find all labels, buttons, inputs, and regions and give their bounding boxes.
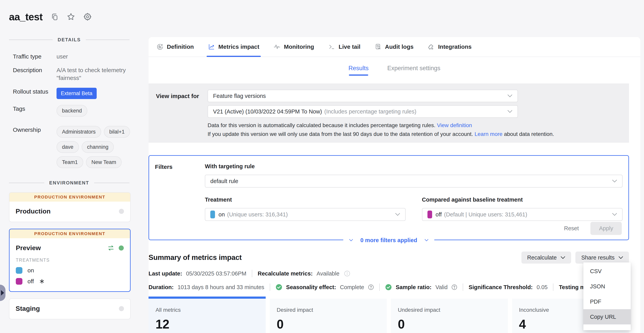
metric-card-undesired-impact[interactable]: Undesired impact 0 (391, 299, 508, 333)
env-card-production[interactable]: PRODUCTION ENVIRONMENT Production (9, 192, 130, 222)
metric-card-value: 0 (277, 317, 387, 332)
flag-header: aa_test (0, 0, 138, 22)
treatment-off-label: off (28, 278, 34, 285)
question-circle-icon[interactable] (452, 284, 457, 290)
impact-type-dropdown[interactable]: Feature flag versions (208, 90, 518, 102)
owner-pill[interactable]: bilal+1 (104, 126, 130, 138)
baseline-filter: Compared against baseline treatment off … (422, 196, 623, 221)
env-status-dot (119, 209, 124, 214)
info-icon[interactable] (344, 270, 350, 277)
menu-item-csv[interactable]: CSV (584, 264, 631, 279)
sample-ratio-value: Valid (436, 284, 448, 290)
more-filters-toggle[interactable]: 0 more filters applied (343, 236, 434, 245)
treatment-on-swatch (210, 210, 215, 218)
owner-pill[interactable]: Administrators (56, 126, 101, 138)
tab-live-tail[interactable]: Live tail (328, 37, 360, 56)
targeting-rule-value: default rule (210, 178, 612, 184)
question-circle-icon[interactable] (368, 284, 374, 290)
treatment-on-swatch (16, 267, 22, 274)
summary-stats-line-2: Duration: 1013 days 8 hours and 33 minut… (148, 284, 629, 291)
tab-label: Metrics impact (218, 44, 259, 50)
version-notes: Data for this version is automatically c… (208, 121, 621, 138)
view-impact-panel: View impact for Feature flag versions V2… (148, 84, 629, 143)
owner-pill[interactable]: channing (82, 141, 114, 153)
sample-ratio-label: Sample ratio: (396, 284, 432, 290)
chevron-down-icon (560, 256, 565, 259)
version-value: V21 (Active) (10/03/2022 04:59PM To Now) (213, 108, 322, 115)
version-note: (Includes percentage targeting rules) (324, 108, 416, 115)
targeting-rule-dropdown[interactable]: default rule (205, 175, 622, 188)
details-section-header: DETAILS (9, 37, 130, 42)
details-rows: Traffic type user Description A/A test t… (13, 53, 138, 172)
treatment-off-swatch (428, 210, 432, 218)
treatment-value: on (218, 211, 225, 218)
recalculate-metrics-value: Available (316, 270, 339, 277)
tab-definition[interactable]: Definition (157, 37, 194, 56)
share-results-button-label: Share results (581, 254, 614, 261)
baseline-detail: (Default | Unique users: 315,461) (444, 211, 527, 218)
env-card-preview[interactable]: PRODUCTION ENVIRONMENT Preview TREATMENT… (9, 229, 130, 292)
menu-item-json[interactable]: JSON (584, 279, 631, 294)
rollout-status-badge[interactable]: External Beta (56, 88, 97, 99)
menu-item-copy-url[interactable]: Copy URL (584, 309, 631, 324)
tab-audit-logs[interactable]: Audit logs (375, 37, 414, 56)
share-results-menu: CSV JSON PDF Copy URL (584, 262, 631, 330)
version-dropdown[interactable]: V21 (Active) (10/03/2022 04:59PM To Now)… (208, 105, 518, 118)
swap-arrows-icon (108, 245, 114, 251)
gear-icon[interactable] (83, 12, 92, 21)
tab-label: Audit logs (385, 44, 414, 50)
rollout-status-row: Rollout status External Beta (13, 88, 138, 99)
apply-button[interactable]: Apply (590, 222, 622, 235)
tab-integrations[interactable]: Integrations (428, 37, 472, 56)
tab-metrics-impact[interactable]: Metrics impact (208, 37, 259, 56)
env-card-staging[interactable]: Staging (9, 298, 130, 319)
treatment-dropdown[interactable]: on (Unique users: 316,341) (205, 208, 406, 221)
chevron-down-icon (612, 213, 617, 216)
menu-item-pdf[interactable]: PDF (584, 294, 631, 309)
pulse-icon (274, 44, 280, 50)
production-environment-banner: PRODUCTION ENVIRONMENT (9, 193, 130, 202)
main-panel: Definition Metrics impact Monitoring (148, 37, 640, 333)
star-icon[interactable] (67, 12, 75, 21)
baseline-filter-label: Compared against baseline treatment (422, 196, 623, 203)
recalculate-metrics-label: Recalculate metrics: (258, 270, 313, 277)
owner-pill[interactable]: Team1 (56, 156, 83, 168)
reset-button[interactable]: Reset (561, 223, 582, 234)
baseline-value: off (436, 211, 442, 218)
traffic-type-label: Traffic type (13, 53, 56, 60)
metric-card-desired-impact[interactable]: Desired impact 0 (270, 299, 387, 333)
view-impact-label: View impact for (156, 90, 208, 118)
line-chart-icon (208, 44, 215, 50)
last-update-label: Last update: (148, 270, 182, 277)
impact-type-value: Feature flag versions (213, 93, 507, 99)
rollout-status-label: Rollout status (13, 88, 56, 99)
learn-more-link[interactable]: Learn more (474, 131, 502, 137)
last-update-value: 05/30/2025 03:57:06PM (186, 270, 246, 277)
subtab-experiment-settings[interactable]: Experiment settings (387, 65, 440, 76)
treatment-filter: Treatment on (Unique users: 316,341) (205, 196, 406, 221)
baseline-dropdown[interactable]: off (Default | Unique users: 315,461) (422, 208, 623, 221)
divider (463, 284, 463, 291)
traffic-type-value: user (56, 53, 130, 60)
summary-stats-line-1: Last update: 05/30/2025 03:57:06PM Recal… (148, 270, 629, 277)
tab-bar: Definition Metrics impact Monitoring (148, 37, 640, 57)
metric-card-all-metrics[interactable]: All metrics 12 (148, 299, 266, 333)
tab-monitoring[interactable]: Monitoring (274, 37, 314, 56)
description-value: A/A test to check telemetry "fairness" (56, 66, 130, 82)
chevron-down-icon (618, 256, 623, 259)
recalculate-button[interactable]: Recalculate (522, 252, 571, 264)
env-status-dot (119, 306, 124, 311)
owner-pill[interactable]: New Team (86, 156, 122, 168)
view-definition-link[interactable]: View definition (437, 122, 472, 128)
share-results-button[interactable]: Share results (576, 252, 629, 264)
env-status-dot-active (119, 246, 124, 250)
summary-title: Summary of metrics impact (148, 254, 242, 262)
chevron-down-icon (507, 110, 512, 113)
owner-pill[interactable]: dave (56, 141, 79, 153)
subtab-results[interactable]: Results (348, 65, 368, 76)
copy-icon[interactable] (50, 12, 59, 21)
tag-pill[interactable]: backend (56, 105, 87, 116)
puzzle-icon (428, 44, 435, 50)
more-filters-label: 0 more filters applied (360, 237, 417, 244)
ownership-row: Ownership Administrators bilal+1 dave ch… (13, 126, 138, 172)
